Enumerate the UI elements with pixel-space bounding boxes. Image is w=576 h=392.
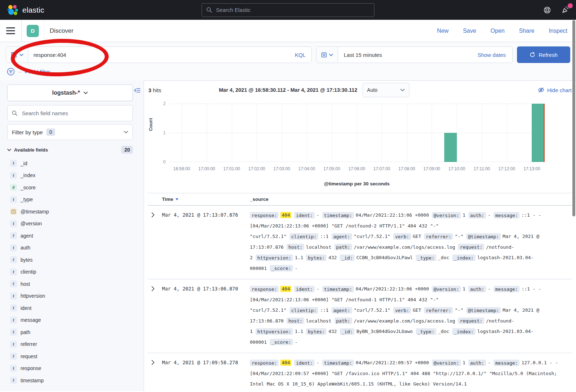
- field-value: localhost: [306, 244, 331, 250]
- appbar-link-save[interactable]: Save: [463, 28, 476, 34]
- field-value: "curl/7.52.1": [354, 307, 391, 313]
- chart-plot[interactable]: 16:59:0017:00:0017:01:0017:02:0017:03:00…: [169, 104, 544, 162]
- field-item-_score[interactable]: #_score: [7, 181, 133, 194]
- text-field-icon: t: [10, 269, 17, 275]
- saved-query-menu-button[interactable]: [6, 47, 28, 63]
- time-range-value[interactable]: Last 15 minutes: [338, 52, 388, 58]
- text-field-icon: t: [10, 293, 17, 299]
- field-item-referrer[interactable]: treferrer: [7, 338, 133, 351]
- text-field-icon: t: [10, 244, 17, 251]
- row-timestamp: Mar 4, 2021 @ 17:13:06.870: [162, 284, 250, 347]
- field-value: -: [488, 212, 491, 218]
- chevron-down-icon: [84, 91, 88, 94]
- query-language-button[interactable]: KQL: [289, 52, 311, 58]
- field-name: message: [21, 317, 41, 323]
- discover-app-badge[interactable]: D: [27, 25, 39, 37]
- chevron-down-icon: [400, 89, 405, 91]
- field-key-badge: path:: [334, 317, 352, 324]
- field-key-badge: _score:: [270, 265, 293, 271]
- x-axis-tick: 17:03:00: [273, 166, 290, 171]
- search-icon: [206, 7, 212, 13]
- sort-desc-icon: [175, 198, 179, 200]
- elastic-brand[interactable]: elastic: [6, 4, 44, 16]
- field-key-badge: response:: [250, 286, 279, 292]
- global-search[interactable]: [202, 3, 374, 17]
- filter-menu-icon[interactable]: [6, 67, 15, 76]
- field-key-badge: auth:: [468, 360, 486, 366]
- field-search[interactable]: [7, 105, 133, 121]
- field-item-bytes[interactable]: tbytes: [7, 254, 133, 266]
- field-name: httpversion: [21, 293, 45, 299]
- expand-row-icon[interactable]: [150, 212, 156, 218]
- index-pattern-select[interactable]: logstash-*: [7, 85, 133, 101]
- menu-hamburger-icon[interactable]: [0, 20, 22, 42]
- expand-row-icon[interactable]: [150, 359, 156, 366]
- x-axis-tick: 17:11:00: [473, 166, 490, 171]
- scrollbar-track[interactable]: [572, 0, 576, 392]
- field-value: "-": [455, 234, 463, 239]
- field-value: -: [316, 286, 319, 292]
- field-key-badge: request:: [458, 317, 484, 324]
- hide-chart-button[interactable]: Hide chart: [538, 87, 572, 93]
- field-item-auth[interactable]: tauth: [7, 242, 133, 254]
- x-axis-tick: 17:12:00: [498, 166, 515, 171]
- query-input[interactable]: [28, 52, 289, 58]
- field-key-badge: auth:: [468, 286, 486, 292]
- x-axis-tick: 16:59:00: [173, 166, 190, 171]
- appbar-link-share[interactable]: Share: [519, 28, 535, 34]
- show-dates-button[interactable]: Show dates: [471, 52, 512, 58]
- field-value: _doc: [438, 255, 449, 260]
- chevron-down-icon: [329, 54, 333, 56]
- x-axis-tick: 17:13:00: [523, 166, 540, 171]
- global-search-input[interactable]: [215, 6, 370, 13]
- column-header-time[interactable]: Time: [162, 197, 250, 202]
- field-key-badge: _index:: [452, 254, 476, 261]
- field-value: GET: [413, 234, 421, 239]
- field-item-request[interactable]: trequest: [7, 350, 133, 362]
- add-filter-button[interactable]: + Add filter: [24, 69, 50, 75]
- expand-row-icon[interactable]: [150, 285, 156, 292]
- field-item-host[interactable]: thost: [7, 278, 133, 290]
- field-item-@version[interactable]: t@version: [7, 218, 133, 230]
- field-name: clientip: [21, 269, 36, 275]
- field-item-timestamp[interactable]: ttimestamp: [7, 374, 133, 387]
- field-item-httpversion[interactable]: thttpversion: [7, 290, 133, 302]
- refresh-button[interactable]: Refresh: [517, 46, 570, 63]
- field-item-_index[interactable]: t_index: [7, 170, 133, 182]
- field-item-agent[interactable]: tagent: [7, 230, 133, 242]
- field-item-_id[interactable]: t_id: [7, 157, 133, 170]
- interval-select[interactable]: Auto: [363, 83, 409, 97]
- collapse-sidebar-icon[interactable]: [134, 87, 140, 93]
- filter-bar: – + Add filter: [6, 63, 570, 80]
- field-item-@timestamp[interactable]: @timestamp: [7, 206, 133, 218]
- date-field-icon: [10, 208, 17, 215]
- field-name: agent: [21, 233, 33, 239]
- field-item-path[interactable]: tpath: [7, 326, 133, 338]
- table-row: Mar 4, 2021 @ 17:13:07.876response:404id…: [148, 206, 572, 279]
- field-item-message[interactable]: tmessage: [7, 314, 133, 326]
- field-item-ident[interactable]: tident: [7, 302, 133, 314]
- field-item-clientip[interactable]: tclientip: [7, 266, 133, 278]
- field-item-response[interactable]: tresponse: [7, 362, 133, 375]
- field-item-_type[interactable]: t_type: [7, 194, 133, 206]
- field-search-input[interactable]: [21, 110, 128, 117]
- field-key-badge: @version:: [432, 286, 461, 292]
- histogram-bar[interactable]: [532, 104, 544, 162]
- available-fields-header[interactable]: Available fields 20: [7, 146, 133, 154]
- field-key-badge: @version:: [432, 212, 461, 218]
- elastic-logo-icon: [6, 4, 19, 16]
- filter-by-type-select[interactable]: Filter by type 0: [7, 124, 133, 140]
- histogram-bar[interactable]: [444, 133, 457, 162]
- x-axis-tick: 17:04:00: [298, 166, 315, 171]
- hits-bar: 3 hits Mar 4, 2021 @ 16:58:30.112 - Mar …: [148, 81, 572, 99]
- field-value: 1: [463, 212, 465, 218]
- appbar-link-inspect[interactable]: Inspect: [549, 28, 567, 34]
- newsfeed-icon[interactable]: [561, 6, 570, 14]
- appbar-link-open[interactable]: Open: [491, 28, 505, 34]
- x-axis-tick: 17:08:00: [399, 166, 415, 171]
- scrollbar-thumb[interactable]: [572, 20, 575, 216]
- appbar-link-new[interactable]: New: [437, 28, 449, 34]
- help-icon[interactable]: [543, 6, 551, 14]
- row-timestamp: Mar 4, 2021 @ 17:09:58.278: [162, 357, 250, 391]
- quick-select-date-button[interactable]: [316, 47, 338, 63]
